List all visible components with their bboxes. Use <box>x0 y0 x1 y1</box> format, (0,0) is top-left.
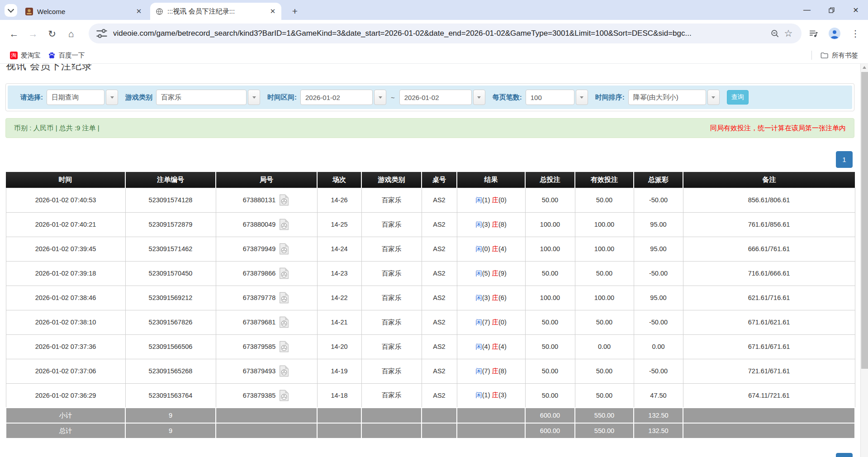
video-record-button[interactable] <box>278 389 290 402</box>
all-bookmarks-button[interactable]: 所有书签 <box>816 49 862 62</box>
cell-total-bet[interactable]: 50.00 <box>525 188 575 212</box>
cell-total-bet[interactable]: 50.00 <box>525 261 575 286</box>
round-cell: 673879778 <box>216 291 317 304</box>
footer-empty <box>361 408 422 423</box>
date-start-picker[interactable]: 2026-01-02 <box>300 90 386 105</box>
cell-time: 2026-01-02 07:40:53 <box>6 188 125 212</box>
profile-avatar[interactable] <box>827 26 842 41</box>
chevron-down-icon <box>8 6 14 13</box>
cell-game-kind: 百家乐 <box>361 383 422 408</box>
round-cell: 673879493 <box>216 365 317 377</box>
dropdown-arrow-icon[interactable] <box>374 90 386 105</box>
footer-count: 9 <box>125 408 216 423</box>
cell-session: 14-24 <box>317 237 361 261</box>
globe-favicon-icon <box>156 8 163 15</box>
cell-bet-id: 523091569212 <box>125 286 216 310</box>
footer-label: 小计 <box>6 408 125 423</box>
cell-total-bet[interactable]: 100.00 <box>525 286 575 310</box>
page-title: 视讯 会员下注纪录 <box>6 64 92 73</box>
omnibox[interactable]: videoie.com/game/betrecord_search/kind3?… <box>89 24 802 43</box>
cell-note: 666.61/761.61 <box>683 237 855 261</box>
dropdown-arrow-icon[interactable] <box>106 90 118 105</box>
query-type-select[interactable]: 日期查询 <box>47 90 118 105</box>
date-end-picker[interactable]: 2026-01-02 <box>399 90 485 105</box>
per-page-select[interactable]: 100 <box>526 90 588 105</box>
tab-strip: Welcome ✕ :::视讯 会员下注纪录::: ✕ + — ✕ <box>0 0 868 20</box>
back-button[interactable]: ← <box>5 26 24 42</box>
result-player-score: (1) <box>482 196 492 204</box>
video-record-button[interactable] <box>278 218 290 231</box>
sort-select[interactable]: 降幂(由大到小) <box>628 90 720 105</box>
scrollbar-thumb[interactable] <box>861 72 868 369</box>
tab-welcome[interactable]: Welcome ✕ <box>20 3 147 20</box>
cell-time: 2026-01-02 07:39:18 <box>6 261 125 286</box>
folder-icon <box>820 51 829 60</box>
video-record-button[interactable] <box>278 316 290 328</box>
game-kind-select[interactable]: 百家乐 <box>156 90 260 105</box>
result-banker: 庄 <box>492 294 499 301</box>
dropdown-arrow-icon[interactable] <box>248 90 260 105</box>
result-banker-score: (8) <box>498 367 507 375</box>
bookmark-star-icon[interactable]: ☆ <box>782 27 795 40</box>
video-record-button[interactable] <box>278 267 290 280</box>
pagination-page-1[interactable]: 1 <box>836 151 853 168</box>
cell-bet-id: 523091574128 <box>125 188 216 212</box>
bookmark-item-taobao[interactable]: 淘 爱淘宝 <box>6 49 44 62</box>
cell-payout: 95.00 <box>634 286 683 310</box>
tab-search-button[interactable] <box>5 4 17 17</box>
result-player-score: (4) <box>482 343 492 350</box>
cell-valid-bet: 100.00 <box>575 212 634 237</box>
result-banker-score: (4) <box>498 245 507 252</box>
minimize-button[interactable]: — <box>795 0 819 20</box>
video-record-button[interactable] <box>278 291 290 304</box>
cell-table-id: AS2 <box>422 310 457 334</box>
dropdown-arrow-icon[interactable] <box>707 90 720 105</box>
video-record-button[interactable] <box>278 340 290 353</box>
home-button[interactable]: ⌂ <box>62 26 81 42</box>
cell-game-kind: 百家乐 <box>361 212 422 237</box>
video-record-button[interactable] <box>278 365 290 377</box>
tab-close-icon[interactable]: ✕ <box>269 7 277 15</box>
sort-value: 降幂(由大到小) <box>628 90 706 105</box>
cell-total-bet[interactable]: 50.00 <box>525 359 575 383</box>
zoom-out-icon[interactable] <box>768 27 782 40</box>
cell-table-id: AS2 <box>422 383 457 408</box>
cell-round: 673880131 <box>216 188 317 212</box>
cell-total-bet[interactable]: 100.00 <box>525 237 575 261</box>
cell-game-kind: 百家乐 <box>361 188 422 212</box>
query-button[interactable]: 查询 <box>727 90 749 105</box>
site-settings-icon[interactable] <box>95 27 109 40</box>
cell-payout: -50.00 <box>634 188 683 212</box>
scroll-up-icon[interactable] <box>863 66 866 69</box>
cell-result: 闲(7) 庄(8) <box>457 359 525 383</box>
cell-round: 673879778 <box>216 286 317 310</box>
bookmark-item-baidu[interactable]: 百度一下 <box>44 49 89 62</box>
media-controls-icon[interactable] <box>806 26 821 41</box>
close-window-button[interactable]: ✕ <box>844 0 868 20</box>
url-text[interactable]: videoie.com/game/betrecord_search/kind3?… <box>113 29 768 38</box>
video-record-button[interactable] <box>278 194 290 206</box>
result-banker: 庄 <box>492 196 499 204</box>
restore-button[interactable] <box>819 0 844 20</box>
reload-button[interactable]: ↻ <box>43 26 62 42</box>
tab-close-icon[interactable]: ✕ <box>135 7 143 15</box>
cell-bet-id: 523091566506 <box>125 334 216 359</box>
round-id: 673879949 <box>243 245 276 252</box>
dropdown-arrow-icon[interactable] <box>473 90 485 105</box>
cell-total-bet[interactable]: 50.00 <box>525 383 575 408</box>
menu-kebab-icon[interactable]: ⋮ <box>848 26 863 41</box>
dropdown-arrow-icon[interactable] <box>576 90 588 105</box>
cell-total-bet[interactable]: 50.00 <box>525 310 575 334</box>
footer-count: 9 <box>125 423 216 438</box>
footer-label: 总计 <box>6 423 125 438</box>
tab-betrecord[interactable]: :::视讯 会员下注纪录::: ✕ <box>150 3 281 20</box>
result-banker-score: (0) <box>498 319 507 326</box>
new-tab-button[interactable]: + <box>289 5 301 18</box>
cell-total-bet[interactable]: 50.00 <box>525 334 575 359</box>
game-kind-label: 游戏类别 <box>125 93 152 102</box>
video-record-button[interactable] <box>278 243 290 255</box>
pagination-page-1-bottom[interactable]: 1 <box>836 453 853 457</box>
forward-button[interactable]: → <box>24 26 43 42</box>
page-scrollbar[interactable] <box>860 64 868 457</box>
cell-total-bet[interactable]: 100.00 <box>525 212 575 237</box>
